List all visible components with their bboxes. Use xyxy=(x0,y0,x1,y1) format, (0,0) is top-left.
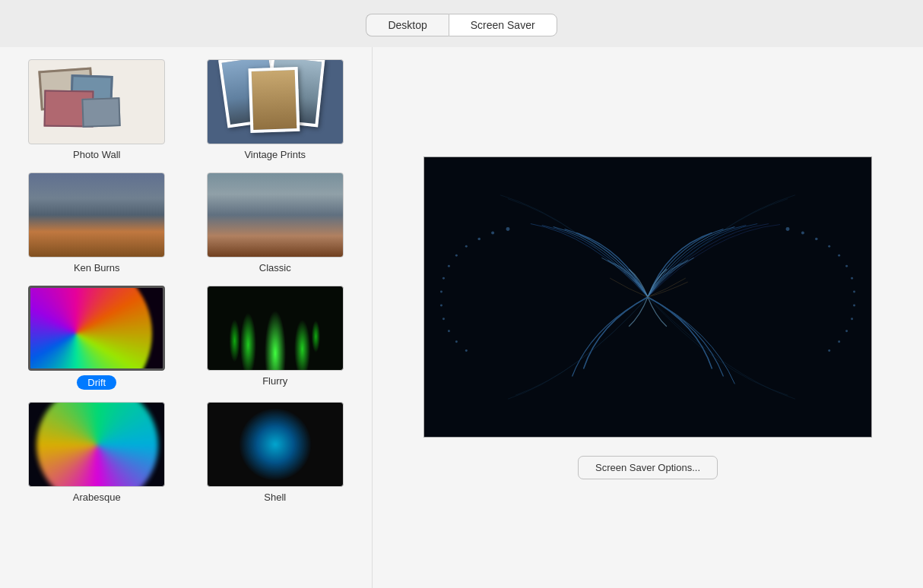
tab-screensaver[interactable]: Screen Saver xyxy=(449,14,557,36)
svg-point-2 xyxy=(801,231,804,234)
list-item[interactable]: Vintage Prints xyxy=(194,59,357,160)
ss-badge-drift: Drift xyxy=(77,375,116,390)
svg-point-17 xyxy=(465,245,468,247)
svg-point-1 xyxy=(786,227,790,231)
svg-point-18 xyxy=(455,254,458,256)
svg-point-10 xyxy=(851,318,853,320)
svg-point-24 xyxy=(448,330,450,332)
ss-thumbnail-classic xyxy=(207,172,344,258)
ss-thumbnail-shell xyxy=(207,402,344,487)
preview-panel: Screen Saver Options... xyxy=(373,47,923,588)
svg-point-13 xyxy=(828,349,830,352)
svg-point-23 xyxy=(442,318,445,320)
svg-point-3 xyxy=(815,237,818,240)
tab-desktop[interactable]: Desktop xyxy=(366,14,448,36)
ss-label-ken-burns: Ken Burns xyxy=(74,262,120,273)
svg-point-16 xyxy=(477,237,481,240)
svg-point-20 xyxy=(442,277,445,279)
svg-point-11 xyxy=(845,330,848,332)
list-item[interactable]: Photo Wall xyxy=(15,59,179,160)
preview-drift-animation xyxy=(424,157,871,437)
list-item[interactable]: Ken Burns xyxy=(15,172,179,273)
list-item[interactable]: Flurry xyxy=(194,286,357,390)
svg-point-8 xyxy=(853,290,855,292)
list-item[interactable]: Arabesque xyxy=(15,402,179,503)
ss-thumbnail-flurry xyxy=(207,286,344,371)
list-item[interactable]: Drift xyxy=(15,286,179,390)
main-content: Photo Wall Vintage Prints Ken Burns Clas… xyxy=(0,47,923,588)
svg-point-19 xyxy=(448,264,450,267)
ss-label-photo-wall: Photo Wall xyxy=(73,149,120,160)
svg-point-12 xyxy=(838,340,840,343)
ss-label-shell: Shell xyxy=(264,492,286,503)
ss-thumbnail-photo-wall xyxy=(28,59,165,144)
ss-thumbnail-drift xyxy=(28,286,165,371)
screensaver-grid: Photo Wall Vintage Prints Ken Burns Clas… xyxy=(15,59,357,503)
svg-point-25 xyxy=(455,340,458,343)
svg-point-4 xyxy=(828,245,830,247)
ss-label-arabesque: Arabesque xyxy=(73,492,121,503)
list-item[interactable]: Shell xyxy=(194,402,357,503)
ss-thumbnail-ken-burns xyxy=(28,172,165,258)
svg-point-9 xyxy=(853,304,855,306)
ss-label-flurry: Flurry xyxy=(262,375,287,387)
ss-label-vintage-prints: Vintage Prints xyxy=(244,149,306,160)
svg-point-5 xyxy=(838,254,840,256)
ss-thumbnail-vintage-prints xyxy=(207,59,344,144)
tab-bar: Desktop Screen Saver xyxy=(0,0,923,47)
screen-saver-options-button[interactable]: Screen Saver Options... xyxy=(578,456,718,479)
screensaver-list: Photo Wall Vintage Prints Ken Burns Clas… xyxy=(0,47,373,588)
svg-point-7 xyxy=(851,277,853,279)
svg-point-14 xyxy=(506,227,510,231)
svg-point-26 xyxy=(465,349,468,352)
svg-point-22 xyxy=(440,304,442,306)
preview-frame xyxy=(423,156,872,438)
ss-thumbnail-arabesque xyxy=(28,402,165,487)
svg-point-15 xyxy=(491,231,494,234)
svg-point-6 xyxy=(845,264,848,267)
svg-point-21 xyxy=(440,290,442,292)
ss-label-classic: Classic xyxy=(259,262,291,273)
list-item[interactable]: Classic xyxy=(194,172,357,273)
